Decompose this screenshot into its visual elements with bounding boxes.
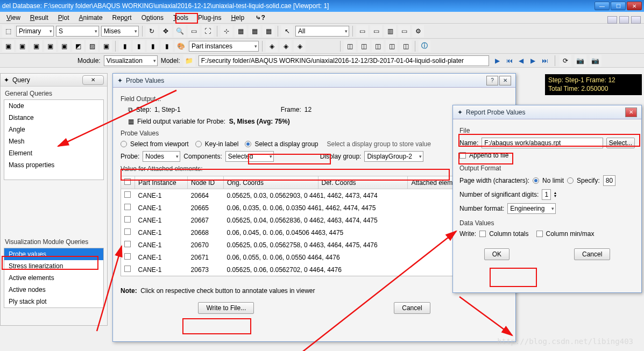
header-check[interactable] (124, 178, 131, 185)
ok-button[interactable]: OK (484, 248, 509, 260)
specify-field[interactable]: 80 (603, 175, 615, 186)
list-item[interactable]: Angle (4, 124, 103, 135)
row-check[interactable] (124, 216, 131, 223)
palette-icon[interactable]: 🎨 (175, 40, 187, 52)
col-nodeid[interactable]: Node ID (188, 176, 224, 189)
append-checkbox[interactable] (459, 152, 466, 159)
table-row[interactable]: CANE-1206680.06, 0.045, 0. 0.06, 0.04506… (121, 226, 508, 239)
name-field[interactable]: F:/abaqus work/abaqus.rpt (482, 138, 603, 148)
first-button[interactable]: ⏮ (504, 56, 515, 66)
number-format-combo[interactable]: Engineering (507, 203, 556, 214)
iso-icon-1[interactable]: ◈ (266, 40, 278, 52)
grid-icon[interactable]: ▦ (263, 25, 274, 37)
primary-combo[interactable]: Primary (16, 26, 54, 37)
t2-icon-9[interactable]: ▮ (119, 40, 131, 52)
minimize-button[interactable]: — (595, 2, 610, 10)
gear-icon[interactable]: ⚙ (412, 25, 424, 37)
module-combo[interactable]: Visualization (104, 55, 158, 66)
list-item[interactable]: Node (4, 100, 103, 112)
part-instances-combo[interactable]: Part instances (189, 41, 259, 52)
probe-help-button[interactable]: ? (486, 76, 498, 85)
table-row[interactable]: CANE-1206650.06, 0.035, 0. 0.06, 0.0350 … (121, 202, 508, 214)
col-def[interactable]: Def. Coords (318, 176, 408, 189)
model-browse-icon[interactable]: 📁 (183, 55, 195, 67)
t2-icon-3[interactable]: ▣ (30, 40, 42, 52)
zoom-box-icon[interactable]: ▭ (188, 25, 200, 37)
row-check[interactable] (124, 228, 131, 235)
list-item[interactable]: Active elements (4, 272, 103, 284)
report-close-button[interactable]: ✕ (625, 108, 637, 117)
maximize-button[interactable]: ☐ (611, 2, 626, 10)
rotate-icon[interactable]: ↻ (146, 25, 158, 37)
cube-blue-2[interactable]: ◫ (358, 40, 370, 52)
info-icon[interactable]: ⓘ (419, 40, 430, 52)
table-row[interactable]: CANE-1206640.05625, 0.03, 0.0562903, 0 4… (121, 189, 508, 202)
prev-button[interactable]: ◀ (516, 56, 527, 66)
fit-icon[interactable]: ⛶ (202, 25, 214, 37)
context-help-icon[interactable]: ⤷? (250, 13, 270, 23)
menu-plugins[interactable]: Plug-ins (194, 13, 225, 23)
t2-icon-4[interactable]: ▣ (44, 40, 56, 52)
menu-result[interactable]: Result (26, 13, 53, 23)
cube-blue-4[interactable]: ◫ (386, 40, 398, 52)
table-row[interactable]: CANE-1206700.05625, 0.05, 0.0562758, 0 4… (121, 239, 508, 251)
cube1-icon[interactable]: ▦ (235, 25, 246, 37)
col-orig[interactable]: Orig. Coords (223, 176, 318, 189)
t2-icon-8[interactable]: ▣ (100, 40, 112, 52)
radio-display-group[interactable] (245, 141, 251, 147)
camera-icon-2[interactable]: 📷 (590, 55, 601, 67)
t2-icon-7[interactable]: ▨ (86, 40, 98, 52)
radio-keyin[interactable] (195, 141, 202, 147)
list-item[interactable]: Mass properties (4, 159, 103, 171)
radio-specify[interactable] (567, 177, 574, 184)
menu-plot[interactable]: Plot (54, 13, 74, 23)
menu-animate[interactable]: Animate (75, 13, 107, 23)
sync-icon[interactable]: ⟳ (560, 55, 571, 67)
next-button[interactable]: ▶ (528, 56, 539, 66)
table-row[interactable]: CANE-1206710.06, 0.055, 0. 0.06, 0.0550 … (121, 251, 508, 263)
list-item[interactable]: Stress linearization (4, 260, 103, 272)
menu-tools[interactable]: Tools (169, 13, 193, 23)
mini-min[interactable] (607, 16, 617, 24)
list-item[interactable]: Active nodes (4, 284, 103, 296)
probe-close-button[interactable]: ✕ (499, 76, 511, 85)
iso-icon-3[interactable]: ◈ (294, 40, 306, 52)
all-combo[interactable]: All (295, 26, 349, 37)
cube2-icon[interactable]: ▦ (249, 25, 260, 37)
sigdigits-field[interactable]: 1 (542, 189, 551, 200)
list-item[interactable]: Ply stack plot (4, 296, 103, 307)
t2-icon-6[interactable]: ◩ (72, 40, 84, 52)
menu-view[interactable]: View (2, 13, 25, 23)
model-path[interactable]: F:/security folder/ABAQUS WORKING/uniaxi… (199, 55, 489, 66)
table-row[interactable]: CANE-1206730.05625, 0.06, 0.0562702, 0 4… (121, 263, 508, 276)
component-combo[interactable]: Mises (101, 26, 139, 37)
mini-restore[interactable] (619, 16, 629, 24)
write-to-file-button[interactable]: Write to File... (198, 302, 254, 314)
axis-icon[interactable]: ⊹ (221, 25, 232, 37)
list-item[interactable]: Distance (4, 112, 103, 124)
column-totals-checkbox[interactable] (479, 231, 486, 237)
spinner-icon[interactable]: ▴▾ (554, 191, 556, 197)
layers-icon[interactable]: ▥ (384, 25, 396, 37)
variable-combo[interactable]: S (56, 26, 99, 37)
last-button[interactable]: ⏭ (540, 56, 550, 66)
t2-icon-11[interactable]: ▮ (147, 40, 159, 52)
pan-icon[interactable]: ✥ (160, 25, 172, 37)
bound-icon[interactable]: ⬚ (2, 25, 14, 37)
field-output-label[interactable]: Field Output... (121, 95, 508, 103)
t2-icon-2[interactable]: ▣ (16, 40, 28, 52)
box2-icon[interactable]: ▭ (370, 25, 382, 37)
t2-icon-5[interactable]: ▣ (58, 40, 70, 52)
query-close-button[interactable]: ✕ (82, 75, 104, 85)
iso-icon-2[interactable]: ◈ (280, 40, 292, 52)
row-check[interactable] (124, 266, 131, 272)
row-check[interactable] (124, 241, 131, 247)
report-cancel-button[interactable]: Cancel (574, 248, 610, 260)
camera-icon-1[interactable]: 📷 (575, 55, 586, 67)
cube-blue-5[interactable]: ◫ (400, 40, 412, 52)
components-combo[interactable]: Selected (225, 151, 274, 162)
list-item[interactable]: Element (4, 147, 103, 159)
row-check[interactable] (124, 253, 131, 260)
col-part[interactable]: Part Instance (135, 176, 188, 189)
select-button[interactable]: Select... (606, 138, 635, 148)
